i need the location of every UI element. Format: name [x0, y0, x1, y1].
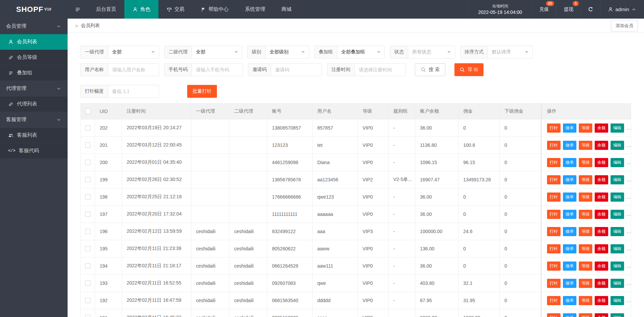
level-button[interactable]: 等级 [579, 313, 592, 317]
make-order-button[interactable]: 做单 [563, 313, 576, 317]
row-more-button[interactable]: ... [626, 160, 631, 165]
sidebar-item-agent-list[interactable]: 代理列表 [0, 96, 68, 112]
sidebar-item-member-level[interactable]: 会员等级 [0, 50, 68, 65]
sidebar-item-member-list[interactable]: 会员列表 [0, 34, 68, 50]
row-checkbox[interactable] [85, 177, 91, 182]
inject-button[interactable]: 打针 [547, 279, 561, 288]
edit-button[interactable]: 编辑 [611, 227, 624, 236]
inject-button[interactable]: 打针 [547, 175, 561, 184]
inject-button[interactable]: 打针 [547, 296, 561, 305]
edit-button[interactable]: 编辑 [611, 244, 624, 253]
withdraw-button[interactable]: 提现 5 [556, 0, 581, 19]
hamburger-icon[interactable] [68, 0, 88, 19]
nav-item-mall[interactable]: 商城 [273, 0, 300, 19]
balance-button[interactable]: 余额 [595, 175, 608, 184]
inject-button[interactable]: 打针 [547, 210, 561, 219]
row-checkbox[interactable] [85, 229, 91, 234]
balance-button[interactable]: 余额 [595, 227, 608, 236]
nav-item-trade[interactable]: 交易 [158, 0, 193, 19]
make-order-button[interactable]: 做单 [563, 123, 576, 133]
user-menu[interactable]: admin [600, 0, 644, 19]
recharge-button[interactable]: 充值 89 [532, 0, 556, 19]
overlay-group-select[interactable]: 全部叠加组 [337, 46, 385, 58]
level-button[interactable]: 等级 [579, 141, 592, 150]
row-checkbox[interactable] [85, 142, 91, 148]
add-member-button[interactable]: 添加会员 [611, 20, 638, 31]
nav-item-roles[interactable]: 角色 [124, 0, 158, 19]
level-button[interactable]: 等级 [579, 227, 592, 236]
row-checkbox[interactable] [85, 246, 91, 251]
inject-button[interactable]: 打针 [547, 244, 561, 253]
level-button[interactable]: 等级 [579, 123, 592, 133]
make-order-button[interactable]: 做单 [563, 210, 576, 219]
balance-button[interactable]: 余额 [595, 262, 608, 271]
sidebar-item-service-list[interactable]: 客服列表 [0, 128, 68, 143]
row-checkbox[interactable] [85, 263, 91, 269]
balance-button[interactable]: 余额 [595, 158, 608, 167]
sort-select[interactable]: 默认排序 [488, 46, 532, 58]
export-button[interactable]: 导 出 [454, 63, 484, 76]
nav-item-help-center[interactable]: 帮助中心 [193, 0, 237, 19]
inject-button[interactable]: 打针 [547, 227, 561, 236]
edit-button[interactable]: 编辑 [611, 193, 624, 202]
row-more-button[interactable]: ... [626, 125, 631, 131]
balance-button[interactable]: 余额 [595, 296, 608, 305]
invite-code-input[interactable] [271, 64, 322, 76]
inject-button[interactable]: 打针 [547, 313, 561, 317]
edit-button[interactable]: 编辑 [611, 262, 624, 271]
balance-button[interactable]: 余额 [595, 210, 608, 219]
make-order-button[interactable]: 做单 [563, 262, 576, 271]
balance-button[interactable]: 余额 [595, 279, 608, 288]
edit-button[interactable]: 编辑 [611, 296, 624, 305]
row-more-button[interactable]: ... [626, 211, 631, 217]
row-more-button[interactable]: ... [626, 177, 631, 182]
level-button[interactable]: 等级 [579, 296, 592, 305]
row-more-button[interactable]: ... [626, 246, 631, 251]
make-order-button[interactable]: 做单 [563, 158, 576, 167]
inject-button[interactable]: 打针 [547, 158, 561, 167]
level-button[interactable]: 等级 [579, 193, 592, 202]
nav-item-system[interactable]: 系统管理 [237, 0, 273, 19]
phone-input[interactable] [192, 64, 243, 76]
edit-button[interactable]: 编辑 [611, 175, 624, 184]
row-checkbox[interactable] [85, 211, 91, 217]
search-button[interactable]: 搜 索 [415, 63, 445, 76]
sidebar-group-member-management[interactable]: 会员管理 [0, 19, 68, 34]
level-button[interactable]: 等级 [579, 262, 592, 271]
make-order-button[interactable]: 做单 [563, 193, 576, 202]
level-button[interactable]: 等级 [579, 175, 592, 184]
edit-button[interactable]: 编辑 [611, 279, 624, 288]
row-more-button[interactable]: ... [626, 315, 631, 317]
agent2-select[interactable]: 全部 [192, 46, 242, 58]
inject-button[interactable]: 打针 [547, 141, 561, 150]
sidebar-item-service-code[interactable]: </> 客服代码 [0, 143, 68, 159]
row-checkbox[interactable] [85, 315, 91, 317]
batch-inject-button[interactable]: 批量打针 [187, 85, 217, 98]
balance-button[interactable]: 余额 [595, 193, 608, 202]
row-checkbox[interactable] [85, 160, 91, 165]
level-button[interactable]: 等级 [579, 244, 592, 253]
nav-item-dashboard[interactable]: 后台首页 [88, 0, 124, 19]
balance-button[interactable]: 余额 [595, 141, 608, 150]
make-order-button[interactable]: 做单 [563, 296, 576, 305]
row-more-button[interactable]: ... [626, 280, 631, 286]
row-checkbox[interactable] [85, 194, 91, 200]
edit-button[interactable]: 编辑 [611, 210, 624, 219]
level-button[interactable]: 等级 [579, 210, 592, 219]
edit-button[interactable]: 编辑 [611, 313, 624, 317]
edit-button[interactable]: 编辑 [611, 141, 624, 150]
row-more-button[interactable]: ... [626, 142, 631, 148]
agent1-select[interactable]: 全部 [108, 46, 159, 58]
inject-button[interactable]: 打针 [547, 262, 561, 271]
row-checkbox[interactable] [85, 125, 91, 131]
balance-button[interactable]: 余额 [595, 123, 608, 133]
row-more-button[interactable]: ... [626, 229, 631, 234]
row-more-button[interactable]: ... [626, 194, 631, 200]
level-button[interactable]: 等级 [579, 279, 592, 288]
edit-button[interactable]: 编辑 [611, 123, 624, 133]
row-checkbox[interactable] [85, 298, 91, 303]
inject-amplitude-input[interactable] [108, 85, 159, 97]
username-input[interactable] [108, 64, 159, 76]
sidebar-group-agent-management[interactable]: 代理管理 [0, 81, 68, 96]
make-order-button[interactable]: 做单 [563, 227, 576, 236]
